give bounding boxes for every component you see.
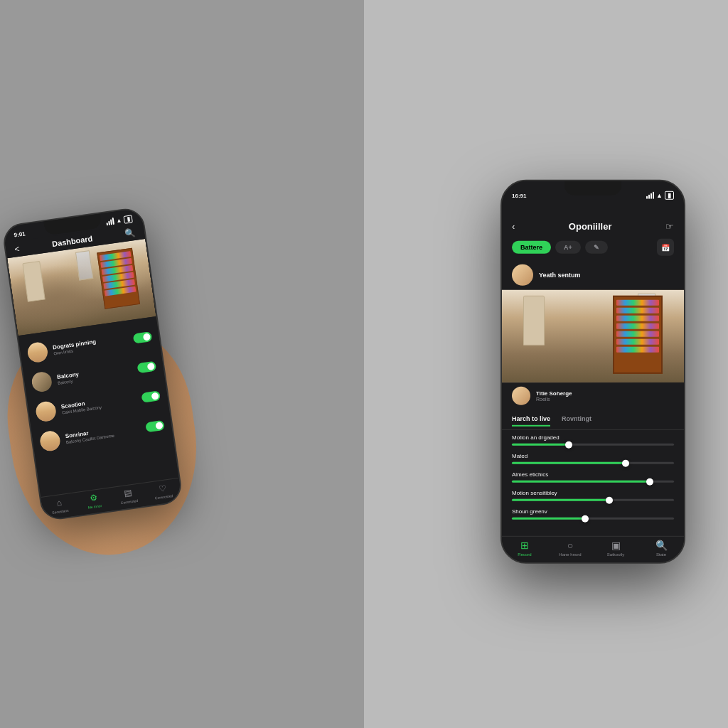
list-avatar-3 [35,400,58,423]
filter-btn-edit[interactable]: ✎ [585,241,608,254]
right-nav-header: ‹ Oponiiller ☞ [502,201,684,236]
toggle-4[interactable] [145,420,165,432]
right-tab-label-satkoctly: Satkoctly [607,552,624,557]
tab-item-commoted[interactable]: ▤ Commoted [110,486,147,506]
left-time: 9:01 [14,230,26,238]
book-row [616,347,659,353]
list-content-4: Sonrinar Balcony Caullot Dartrome [65,423,141,445]
camera-person-name: Yeath sentum [539,272,581,279]
slider-thumb-5[interactable] [582,515,589,522]
filter-btn-aplus[interactable]: A+ [555,241,581,254]
toggle-3[interactable] [141,390,161,402]
right-tab-home-icon: ○ [567,540,573,551]
tab-label-secestans: Secestans [52,508,69,515]
right-camera-bg [502,290,684,382]
slider-fill-4 [512,499,609,501]
tab-settings-icon: ⚙ [89,493,98,503]
settings-section: Motion an drgaded Mated [502,430,684,536]
right-tab-item-state[interactable]: 🔍 State [638,540,684,557]
setting-label-5: Shoun greenv [512,508,674,515]
slider-track-5[interactable] [512,518,674,520]
camera-person-row: Yeath sentum [502,262,684,290]
setting-motion-an-drgaded: Motion an drgaded [512,434,674,446]
right-phone-notch [564,181,621,196]
tab-label-commoted: Commoted [120,498,138,505]
right-tab-item-hane-hnord[interactable]: ○ Hane hnord [547,540,593,557]
person-detail-avatar [512,387,530,405]
book-row [616,300,659,306]
window-shape [75,250,93,280]
tab-harch-to-live[interactable]: Harch to live [512,415,550,427]
right-time: 16:91 [512,192,526,198]
right-camera-preview[interactable] [502,290,684,382]
toggle-2[interactable] [137,361,157,373]
left-wifi-icon: ▲ [116,217,122,224]
slider-thumb-1[interactable] [565,441,572,448]
tab-rovntingt[interactable]: Rovntingt [562,415,592,427]
book-row [616,308,659,314]
filter-btn-battere[interactable]: Battere [512,241,551,254]
person-detail-info: Titie Soherge Roeils [536,390,572,402]
book-row [616,339,659,345]
slider-fill-5 [512,518,585,520]
setting-label-2: Mated [512,453,674,459]
person-detail-row: Titie Soherge Roeils [502,382,684,410]
right-hand-icon[interactable]: ☞ [665,221,674,232]
left-signal-icon [106,218,114,225]
scene: 9:01 ▲ ▮ < Dashboard [0,0,728,728]
slider-thumb-3[interactable] [646,478,653,485]
right-bookshelf [613,296,663,374]
slider-thumb-2[interactable] [622,459,629,466]
list-content-3: Scaotion Caiot Mobile Balcony [60,393,136,415]
tab-grid-icon: ▤ [124,488,133,498]
setting-shoun-greenv: Shoun greenv [512,508,674,520]
right-wifi-icon: ▲ [656,192,663,199]
tab-item-comnosted[interactable]: ♡ Comnosted [145,481,182,502]
list-avatar-2 [31,370,53,393]
right-phone-screen: 16:91 ▲ ▮ ‹ Oponiill [502,181,684,562]
right-tab-item-record[interactable]: ⊞ Record [502,540,547,557]
right-tab-label-hane-hnord: Hane hnord [559,552,581,557]
right-tab-settings-icon: ▣ [611,540,621,551]
setting-label-3: Almes etichics [512,471,674,478]
right-status-icons: ▲ ▮ [646,191,674,200]
right-bookshelf-books [614,297,661,355]
right-tab-item-satkoctly[interactable]: ▣ Satkoctly [593,540,638,557]
left-list-section: Dograts pinning Own limits Balcony Balco… [18,316,178,497]
slider-track-1[interactable] [512,444,674,446]
slider-fill-3 [512,481,650,483]
list-avatar-1 [26,341,49,364]
setting-label-4: Motion sensitibley [512,490,674,496]
book-row [616,323,659,329]
left-status-icons: ▲ ▮ [106,215,133,226]
setting-almes-etichics: Almes etichics [512,471,674,483]
right-tab-bar: ⊞ Record ○ Hane hnord ▣ Satkoctly 🔍 Stat… [502,536,684,562]
setting-motion-sensitibley: Motion sensitibley [512,490,674,501]
bookshelf-left [97,248,140,309]
right-header-title: Oponiiller [569,221,612,232]
tab-item-meinnor[interactable]: ⚙ Me Innor [76,491,113,511]
right-back-icon[interactable]: ‹ [512,221,515,232]
right-door-shape [523,296,545,346]
slider-thumb-4[interactable] [606,496,613,503]
tab-heart-icon: ♡ [158,483,167,493]
section-tabs: Harch to live Rovntingt [502,410,684,430]
tab-item-secestans[interactable]: ⌂ Secestans [41,496,78,516]
right-phone-container: 16:91 ▲ ▮ ‹ Oponiill [500,180,685,564]
slider-track-2[interactable] [512,462,674,464]
list-avatar-4 [39,430,62,453]
right-tab-search-icon: 🔍 [655,540,668,551]
left-search-icon[interactable]: 🔍 [124,228,136,239]
bookshelf-books [97,249,137,299]
setting-label-1: Motion an drgaded [512,434,674,441]
right-tab-label-record: Record [518,552,531,557]
toggle-1[interactable] [133,331,153,343]
book-row [616,331,659,337]
tab-home-icon: ⌂ [56,498,63,508]
list-content-2: Balcony Balcony [56,363,132,385]
slider-track-4[interactable] [512,499,674,501]
left-back-icon[interactable]: < [14,244,21,255]
filter-calendar-icon[interactable]: 📅 [657,239,674,256]
book-row [616,316,659,321]
slider-track-3[interactable] [512,481,674,483]
